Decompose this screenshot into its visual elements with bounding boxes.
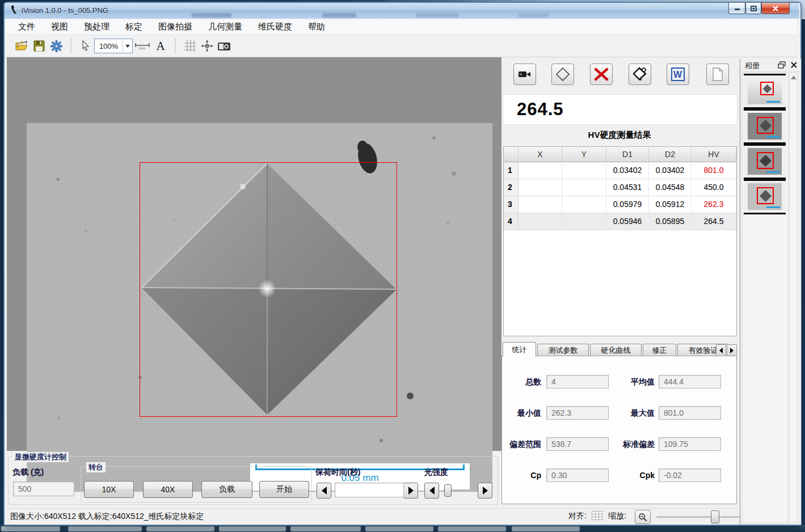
table-row-selected[interactable]: 4 0.05946 0.05895 264.5 bbox=[504, 213, 736, 230]
table-row[interactable]: 1 0.03402 0.03402 801.0 bbox=[504, 162, 736, 179]
close-panel-icon[interactable] bbox=[790, 61, 798, 69]
col-d1[interactable]: D1 bbox=[606, 147, 649, 162]
camera-icon[interactable] bbox=[216, 37, 233, 54]
album-thumbnail-2[interactable] bbox=[744, 109, 786, 144]
col-hv[interactable]: HV bbox=[692, 147, 736, 162]
arrow-left-icon bbox=[429, 487, 435, 495]
menu-view[interactable]: 视图 bbox=[45, 20, 74, 34]
chevron-down-icon[interactable] bbox=[123, 39, 132, 53]
view-zoom-slider-thumb[interactable] bbox=[711, 510, 719, 523]
album-title: 相册 bbox=[745, 61, 760, 71]
taskbar-button[interactable] bbox=[438, 526, 506, 531]
stat-range-field[interactable] bbox=[546, 437, 609, 451]
dwell-increase-button[interactable] bbox=[403, 483, 418, 499]
stat-mean-field[interactable] bbox=[659, 375, 721, 389]
zoom-level-select[interactable]: 100% bbox=[94, 39, 133, 53]
tab-correction[interactable]: 修正 bbox=[643, 344, 676, 356]
cursor-icon[interactable] bbox=[77, 37, 94, 54]
measurement-roi-box[interactable] bbox=[140, 162, 397, 417]
taskbar-button[interactable] bbox=[1, 526, 60, 531]
start-button[interactable]: 开始 bbox=[259, 481, 309, 498]
status-info: 图像大小:640X512 载入标定:640X512_维氏标定块标定 bbox=[10, 512, 204, 522]
diamond-outline-icon bbox=[555, 67, 570, 82]
crosshair-icon[interactable] bbox=[199, 37, 216, 54]
minimize-button[interactable] bbox=[728, 3, 745, 14]
stat-min-field[interactable] bbox=[546, 406, 609, 420]
menu-help[interactable]: 帮助 bbox=[302, 20, 331, 34]
dwell-time-field[interactable] bbox=[335, 483, 404, 497]
stat-stddev-field[interactable] bbox=[659, 437, 721, 451]
settings-gear-icon[interactable] bbox=[48, 37, 65, 54]
album-thumbnail-4[interactable] bbox=[744, 179, 786, 214]
maximize-button[interactable] bbox=[745, 3, 761, 14]
specimen-image[interactable]: 0.05 mm bbox=[27, 123, 492, 492]
tab-hardening-curve[interactable]: 硬化曲线 bbox=[590, 344, 642, 356]
diamond-measure-button[interactable] bbox=[551, 64, 574, 85]
titlebar[interactable] bbox=[5, 3, 799, 19]
auto-measure-button[interactable] bbox=[629, 64, 651, 85]
results-table-title: HV硬度测量结果 bbox=[503, 130, 736, 141]
align-grid-icon[interactable] bbox=[592, 511, 603, 520]
album-header: 相册 bbox=[740, 59, 801, 72]
tab-scroll-left-button[interactable] bbox=[716, 344, 726, 357]
grid-icon[interactable] bbox=[182, 37, 199, 54]
stat-max-field[interactable] bbox=[659, 406, 721, 420]
album-scrollbar[interactable] bbox=[789, 73, 798, 522]
delete-measurement-button[interactable] bbox=[590, 64, 613, 85]
thumb-scalebar-icon bbox=[766, 136, 780, 138]
col-x[interactable]: X bbox=[519, 147, 562, 162]
main-toolbar: 100% 1mm A bbox=[6, 35, 797, 57]
new-document-icon bbox=[712, 67, 723, 81]
dwell-decrease-button[interactable] bbox=[317, 483, 331, 499]
stat-total-field[interactable] bbox=[546, 375, 609, 389]
turret-10x-button[interactable]: 10X bbox=[84, 481, 134, 498]
table-row[interactable]: 3 0.05979 0.05912 262.3 bbox=[504, 196, 736, 213]
new-document-button[interactable] bbox=[706, 64, 729, 85]
taskbar-button[interactable] bbox=[219, 526, 286, 531]
measure-ruler-icon[interactable]: 1mm bbox=[133, 37, 152, 54]
thumb-roi-icon bbox=[760, 82, 774, 95]
hv-value-alert: 801.0 bbox=[692, 162, 736, 179]
turret-group-title: 转台 bbox=[86, 462, 106, 472]
menu-image-capture[interactable]: 图像拍摄 bbox=[153, 20, 198, 34]
album-thumbnail-3[interactable] bbox=[744, 144, 786, 179]
menu-geometry-measure[interactable]: 几何测量 bbox=[203, 20, 248, 34]
video-camera-button[interactable] bbox=[513, 64, 536, 85]
menu-file[interactable]: 文件 bbox=[12, 20, 41, 34]
col-y[interactable]: Y bbox=[562, 147, 606, 162]
taskbar-button[interactable] bbox=[290, 526, 361, 531]
float-panel-icon[interactable] bbox=[778, 61, 786, 69]
zoom-level-value: 100% bbox=[95, 42, 123, 50]
stat-cp-field[interactable] bbox=[546, 468, 609, 482]
taskbar-button[interactable] bbox=[512, 526, 580, 531]
light-decrease-button[interactable] bbox=[424, 483, 439, 499]
export-word-button[interactable]: W bbox=[667, 64, 689, 85]
col-d2[interactable]: D2 bbox=[649, 147, 692, 162]
tab-test-parameters[interactable]: 测试参数 bbox=[537, 344, 589, 356]
text-tool-icon[interactable]: A bbox=[152, 37, 169, 54]
taskbar-button[interactable] bbox=[146, 526, 214, 531]
table-row[interactable]: 2 0.04531 0.04548 450.0 bbox=[504, 179, 736, 196]
taskbar-button[interactable] bbox=[68, 526, 142, 531]
load-field[interactable] bbox=[13, 482, 74, 496]
light-slider-thumb[interactable] bbox=[444, 484, 452, 497]
tab-scroll-right-button[interactable] bbox=[727, 344, 737, 357]
open-file-icon[interactable] bbox=[14, 37, 31, 54]
stat-cp-label: Cp bbox=[497, 468, 541, 482]
menu-calibration[interactable]: 标定 bbox=[120, 20, 148, 34]
menu-preprocess[interactable]: 预处理 bbox=[78, 20, 115, 34]
close-button[interactable] bbox=[761, 3, 790, 14]
album-panel: 相册 bbox=[740, 59, 801, 525]
light-increase-button[interactable] bbox=[478, 483, 492, 499]
taskbar-button[interactable] bbox=[365, 526, 433, 531]
turret-load-button[interactable]: 负载 bbox=[201, 481, 252, 498]
tab-statistics[interactable]: 统计 bbox=[503, 342, 536, 357]
menu-vickers-hardness[interactable]: 维氏硬度 bbox=[252, 20, 298, 34]
scroll-up-icon bbox=[791, 75, 796, 79]
save-icon[interactable] bbox=[31, 37, 48, 54]
zoom-out-button[interactable] bbox=[635, 510, 651, 524]
stat-cpk-field[interactable] bbox=[659, 468, 721, 482]
thumb-roi-icon bbox=[757, 152, 774, 169]
turret-40x-button[interactable]: 40X bbox=[143, 481, 193, 498]
album-thumbnail-1[interactable] bbox=[744, 74, 786, 109]
